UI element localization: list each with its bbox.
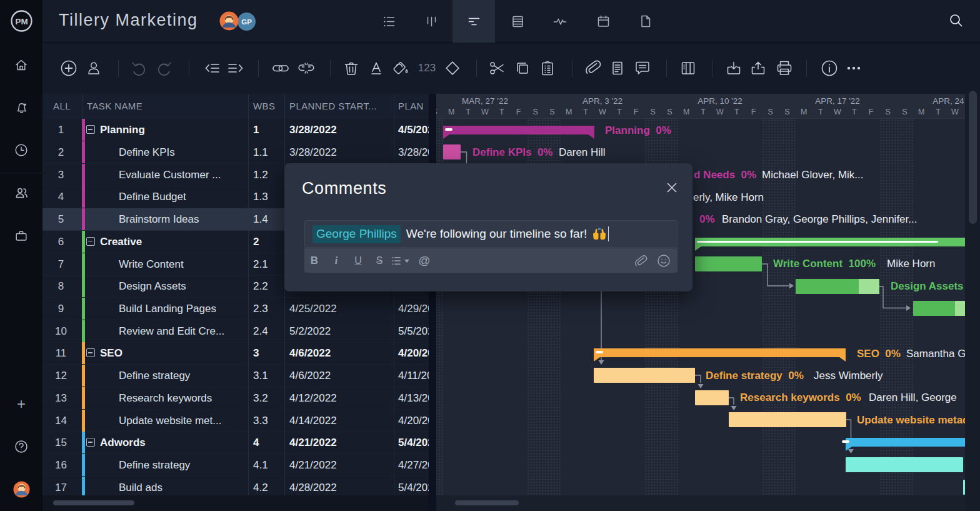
svg-text:GP: GP [241,18,252,26]
svg-text:PM: PM [15,17,28,26]
